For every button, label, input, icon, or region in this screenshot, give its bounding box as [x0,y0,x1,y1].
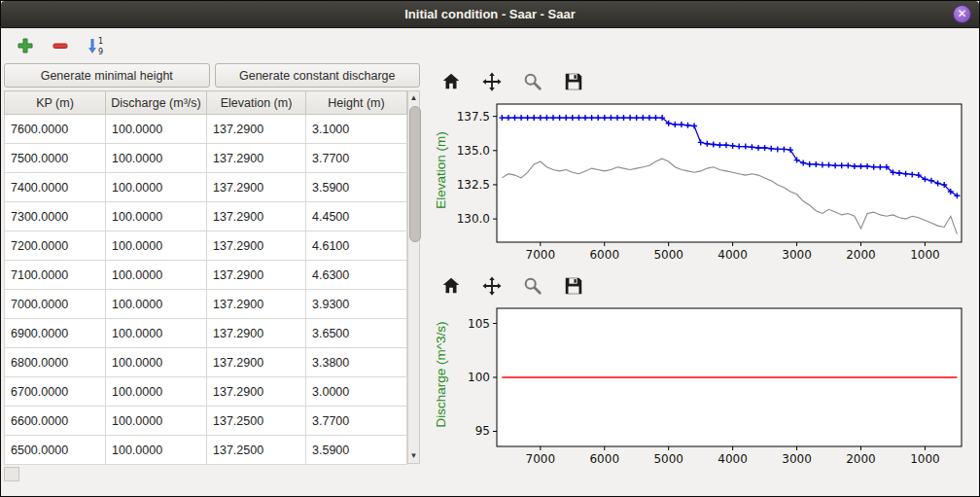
table-cell[interactable]: 100.0000 [106,348,207,377]
table-cell[interactable]: 7500.0000 [5,144,106,173]
pan-button[interactable] [479,69,505,94]
close-button[interactable]: ✕ [953,5,971,23]
table-cell[interactable]: 4.6300 [306,261,407,290]
table-cell[interactable]: 3.5900 [306,436,407,465]
zoom-icon [522,275,543,297]
table-cell[interactable]: 137.2900 [207,144,306,173]
table-cell[interactable]: 3.5900 [306,173,407,202]
table-cell[interactable]: 3.7700 [306,407,407,436]
table-cell[interactable]: 3.0000 [306,377,407,407]
zoom-button[interactable] [520,273,545,299]
table-row[interactable]: 6800.0000100.0000137.29003.3800 [5,348,407,377]
window-title: Initial condition - Saar - Saar [404,7,576,21]
table-cell[interactable]: 137.2900 [207,261,306,290]
table-cell[interactable]: 3.3800 [306,348,407,377]
table-cell[interactable]: 100.0000 [106,231,207,261]
generate-minimal-height-button[interactable]: Generate minimal height [4,63,210,88]
table-cell[interactable]: 100.0000 [106,144,207,173]
home-button[interactable] [438,69,464,94]
table-cell[interactable]: 100.0000 [106,407,207,436]
scroll-down-icon[interactable]: ▼ [408,449,419,463]
table-row[interactable]: 7600.0000100.0000137.29003.1000 [5,115,407,144]
table-row[interactable]: 7500.0000100.0000137.29003.7700 [5,144,407,173]
table-cell[interactable]: 7300.0000 [5,202,106,231]
svg-text:3000: 3000 [782,248,812,262]
table-cell[interactable]: 6800.0000 [5,348,106,377]
table-row[interactable]: 6500.0000100.0000137.25003.5900 [5,436,407,465]
table-cell[interactable]: 100.0000 [106,202,207,231]
home-button[interactable] [438,273,464,299]
table-cell[interactable]: 7200.0000 [5,231,106,261]
table-area: KP (m)Discharge (m³/s)Elevation (m)Heigh… [4,90,420,464]
save-button[interactable] [561,69,586,94]
table-cell[interactable]: 137.2900 [207,348,306,377]
table-cell[interactable]: 100.0000 [106,377,207,407]
titlebar[interactable]: Initial condition - Saar - Saar ✕ [1,1,979,28]
table-cell[interactable]: 137.2900 [207,202,306,231]
table-cell[interactable]: 3.9300 [306,290,407,319]
svg-text:6000: 6000 [589,452,619,466]
table-cell[interactable]: 6600.0000 [5,407,106,436]
table-row[interactable]: 7300.0000100.0000137.29004.4500 [5,202,407,231]
table-cell[interactable]: 137.2900 [207,290,306,319]
left-panel: Generate minimal height Generate constan… [1,63,423,496]
table-row[interactable]: 6700.0000100.0000137.29003.0000 [5,377,407,407]
column-header[interactable]: Discharge (m³/s) [106,91,207,115]
table-cell[interactable]: 7100.0000 [5,261,106,290]
table-cell[interactable]: 137.2900 [207,377,306,407]
column-header[interactable]: Height (m) [306,91,407,115]
table-cell[interactable]: 6700.0000 [5,377,106,407]
sort-button[interactable]: 1 9 [85,35,106,56]
column-header[interactable]: KP (m) [5,91,106,115]
table-cell[interactable]: 3.6500 [306,319,407,348]
table-row[interactable]: 7200.0000100.0000137.29004.6100 [5,231,407,261]
pan-button[interactable] [479,273,505,299]
table-cell[interactable]: 100.0000 [106,115,207,144]
table-cell[interactable]: 7600.0000 [5,115,106,144]
main-toolbar: 1 9 [1,28,979,63]
discharge-plot-canvas[interactable]: 700060005000400030002000100095100105 [427,302,971,474]
table-cell[interactable]: 100.0000 [106,290,207,319]
vertical-scrollbar[interactable]: ▲ ▼ [407,90,420,464]
generate-constant-discharge-button[interactable]: Generate constant discharge [215,63,421,88]
remove-row-button[interactable] [50,35,71,56]
table-cell[interactable]: 137.2900 [207,231,306,261]
svg-text:9: 9 [98,48,103,55]
elevation-plot-canvas[interactable]: 7000600050004000300020001000130.0132.513… [427,98,971,269]
table-row[interactable]: 6900.0000100.0000137.29003.6500 [5,319,407,348]
table-cell[interactable]: 137.2900 [207,173,306,202]
column-header[interactable]: Elevation (m) [207,91,306,115]
table-cell[interactable]: 4.6100 [306,231,407,261]
table-cell[interactable]: 3.1000 [306,115,407,144]
table-cell[interactable]: 100.0000 [106,319,207,348]
table-cell[interactable]: 4.4500 [306,202,407,231]
table-cell[interactable]: 137.2900 [207,115,306,144]
scrollbar-thumb[interactable] [409,106,421,242]
scroll-up-icon[interactable]: ▲ [408,91,419,105]
table-cell[interactable]: 100.0000 [106,436,207,465]
plus-icon [17,37,34,54]
table-row[interactable]: 7100.0000100.0000137.29004.6300 [5,261,407,290]
table-row[interactable]: 7000.0000100.0000137.29003.9300 [5,290,407,319]
table-cell[interactable]: 100.0000 [106,261,207,290]
table-cell[interactable]: 137.2500 [207,436,306,465]
svg-text:1000: 1000 [910,248,940,262]
elevation-plot-toolbar [427,65,975,98]
table-cell[interactable]: 6900.0000 [5,319,106,348]
table-cell[interactable]: 137.2900 [207,319,306,348]
table-cell[interactable]: 137.2500 [207,407,306,436]
save-button[interactable] [561,273,586,299]
table-cell[interactable]: 7000.0000 [5,290,106,319]
add-row-button[interactable] [15,35,36,56]
table-cell[interactable]: 7400.0000 [5,173,106,202]
elevation-chart[interactable]: Elevation (m) 70006000500040003000200010… [427,98,975,269]
zoom-button[interactable] [520,69,545,94]
save-icon [563,275,584,297]
table-row[interactable]: 7400.0000100.0000137.29003.5900 [5,173,407,202]
table-row[interactable]: 6600.0000100.0000137.25003.7700 [5,407,407,436]
table-cell[interactable]: 6500.0000 [5,436,106,465]
minus-icon [52,37,69,54]
table-cell[interactable]: 100.0000 [106,173,207,202]
table-cell[interactable]: 3.7700 [306,144,407,173]
discharge-chart[interactable]: Discharge (m^3/s) 7000600050004000300020… [427,302,975,474]
